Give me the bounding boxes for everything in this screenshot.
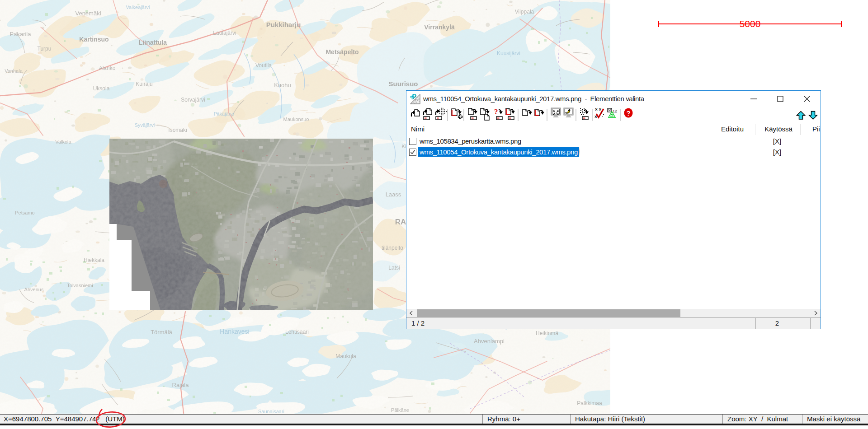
- svg-text:?: ?: [494, 107, 498, 116]
- svg-text:5000: 5000: [740, 19, 761, 29]
- svg-text:× ×: × ×: [595, 107, 602, 112]
- svg-text:?: ?: [626, 109, 630, 117]
- svg-text:12: 12: [613, 109, 617, 113]
